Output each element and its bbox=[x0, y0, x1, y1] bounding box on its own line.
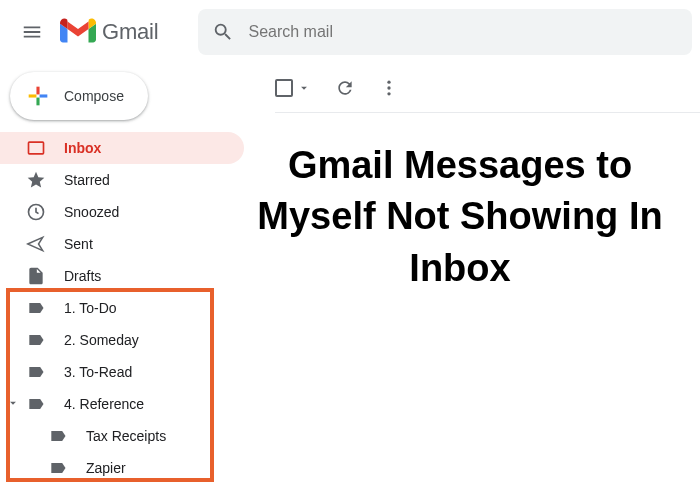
search-icon bbox=[212, 21, 234, 43]
header: Gmail bbox=[0, 0, 700, 64]
article-headline: Gmail Messages to Myself Not Showing In … bbox=[230, 140, 690, 294]
sidebar-item-starred[interactable]: Starred bbox=[0, 164, 244, 196]
mail-toolbar bbox=[275, 78, 399, 98]
caret-down-icon[interactable] bbox=[6, 396, 20, 413]
sidebar-item-label: 3. To-Read bbox=[64, 364, 132, 380]
svg-point-2 bbox=[387, 81, 390, 84]
label-icon bbox=[48, 458, 68, 478]
star-icon bbox=[26, 170, 46, 190]
gmail-logo-icon bbox=[60, 18, 96, 46]
clock-icon bbox=[26, 202, 46, 222]
sidebar-item-label: Snoozed bbox=[64, 204, 119, 220]
sidebar-item-label: Tax Receipts bbox=[86, 428, 166, 444]
sidebar-item-drafts[interactable]: Drafts bbox=[0, 260, 244, 292]
label-icon bbox=[26, 394, 46, 414]
svg-point-3 bbox=[387, 86, 390, 89]
sidebar-item-label: Inbox bbox=[64, 140, 101, 156]
svg-point-4 bbox=[387, 92, 390, 95]
sidebar-item-label: Drafts bbox=[64, 268, 101, 284]
sidebar-label-zapier[interactable]: Zapier bbox=[0, 452, 244, 484]
label-icon bbox=[26, 298, 46, 318]
sidebar-label-toread[interactable]: 3. To-Read bbox=[0, 356, 244, 388]
sidebar-label-tax-receipts[interactable]: Tax Receipts bbox=[0, 420, 244, 452]
more-button[interactable] bbox=[379, 78, 399, 98]
file-icon bbox=[26, 266, 46, 286]
inbox-icon bbox=[26, 138, 46, 158]
sidebar-label-someday[interactable]: 2. Someday bbox=[0, 324, 244, 356]
label-icon bbox=[26, 330, 46, 350]
search-input[interactable] bbox=[248, 23, 678, 41]
gmail-logo[interactable]: Gmail bbox=[60, 18, 158, 46]
search-bar[interactable] bbox=[198, 9, 692, 55]
sidebar-item-sent[interactable]: Sent bbox=[0, 228, 244, 260]
compose-label: Compose bbox=[64, 88, 124, 104]
sidebar-item-label: 2. Someday bbox=[64, 332, 139, 348]
refresh-button[interactable] bbox=[335, 78, 355, 98]
select-all-checkbox[interactable] bbox=[275, 79, 311, 97]
checkbox-icon bbox=[275, 79, 293, 97]
sidebar-label-todo[interactable]: 1. To-Do bbox=[0, 292, 244, 324]
sidebar-item-label: Sent bbox=[64, 236, 93, 252]
sidebar-item-label: Zapier bbox=[86, 460, 126, 476]
plus-icon bbox=[24, 82, 52, 110]
sidebar-item-inbox[interactable]: Inbox bbox=[0, 132, 244, 164]
gmail-logo-text: Gmail bbox=[102, 19, 158, 45]
caret-down-icon[interactable] bbox=[297, 81, 311, 95]
hamburger-icon bbox=[21, 21, 43, 43]
sidebar-label-reference[interactable]: 4. Reference bbox=[0, 388, 244, 420]
send-icon bbox=[26, 234, 46, 254]
sidebar-item-label: 1. To-Do bbox=[64, 300, 117, 316]
main-menu-button[interactable] bbox=[8, 8, 56, 56]
toolbar-divider bbox=[275, 112, 700, 113]
sidebar-item-label: Starred bbox=[64, 172, 110, 188]
compose-button[interactable]: Compose bbox=[10, 72, 148, 120]
label-icon bbox=[26, 362, 46, 382]
sidebar-item-label: 4. Reference bbox=[64, 396, 144, 412]
sidebar: Inbox Starred Snoozed Sent Drafts 1. To-… bbox=[0, 128, 256, 484]
sidebar-item-snoozed[interactable]: Snoozed bbox=[0, 196, 244, 228]
label-icon bbox=[48, 426, 68, 446]
svg-rect-0 bbox=[29, 142, 44, 154]
